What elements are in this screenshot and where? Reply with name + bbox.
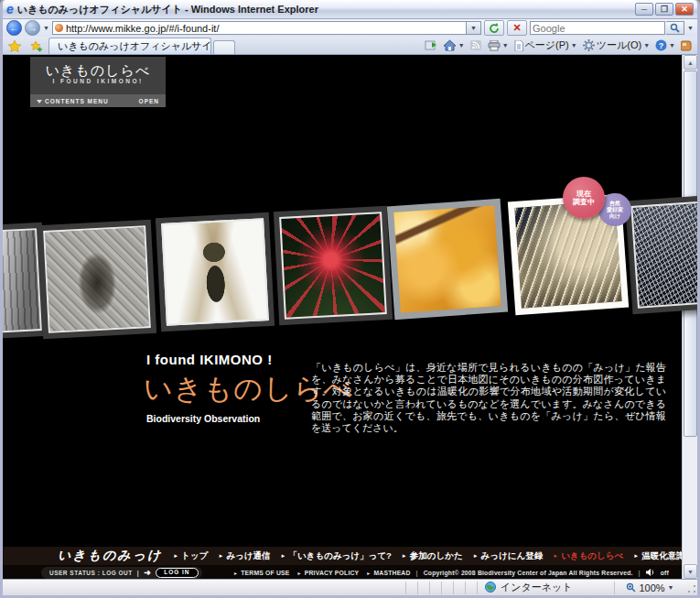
- nav-item-1[interactable]: ►トップ: [173, 550, 208, 562]
- address-input[interactable]: [66, 22, 464, 34]
- site-logo-subtitle: I FOUND IKIMONO!: [30, 78, 166, 84]
- home-button[interactable]: ▼: [443, 39, 465, 51]
- ginkgo-leaves-photo[interactable]: [387, 199, 508, 320]
- hero-subheading: Biodiversity Observation: [146, 413, 260, 424]
- bottom-nav-bar: いきものみっけ ►トップ►みっけ通信►「いきものみっけ」って?►参加のしかた►み…: [3, 547, 682, 565]
- print-button[interactable]: ▼: [488, 40, 509, 51]
- tab-active[interactable]: いきものみっけオフィシャルサイト: [48, 38, 211, 54]
- status-segment: [405, 582, 417, 594]
- print-dropdown-icon[interactable]: ▼: [502, 42, 509, 49]
- site-logo-title: いきものしらべ: [30, 62, 166, 78]
- tools-menu-label: ツール(O): [597, 38, 641, 52]
- status-bar: インターネット 100% ▼: [3, 579, 697, 595]
- address-dropdown-button[interactable]: ▼: [467, 21, 481, 35]
- history-dropdown-icon[interactable]: ▼: [43, 25, 49, 31]
- search-options-dropdown-icon[interactable]: ▼: [687, 25, 694, 31]
- status-segment: [417, 582, 429, 594]
- red-spider-lily-photo-image: [279, 212, 387, 320]
- zoom-control[interactable]: 100% ▼: [614, 582, 685, 594]
- page-dropdown-icon[interactable]: ▼: [571, 42, 577, 49]
- footer-link-1[interactable]: ►TERMS OF USE: [233, 570, 290, 576]
- nav-item-7[interactable]: ►温暖化意識しらべ: [633, 550, 682, 562]
- zoom-dropdown-icon[interactable]: ▼: [668, 584, 674, 591]
- footer-links-area: ►TERMS OF USE►PRIVACY POLICY►MASTHEAD | …: [233, 569, 669, 577]
- site-logo-box[interactable]: いきものしらべ I FOUND IKIMONO! CONTENTS MENU O…: [30, 57, 166, 107]
- add-favorite-icon[interactable]: [27, 38, 47, 54]
- cicada-specimen-photo-image: [161, 218, 269, 326]
- nav-item-3[interactable]: ►「いきものみっけ」って?: [281, 550, 392, 562]
- cicada-on-bark-photo[interactable]: [38, 220, 156, 339]
- nav-item-6[interactable]: ►いきものしらべ: [553, 550, 623, 562]
- nav-arrow-icon: ►: [633, 553, 639, 559]
- footer-link-3[interactable]: ►MASTHEAD: [366, 570, 410, 576]
- command-bar: ▼ ▼ ページ(P) ▼ ツール(O) ▼ ? ▼: [237, 37, 695, 54]
- sound-toggle[interactable]: off: [661, 570, 669, 576]
- cicada-on-bark-photo-image: [43, 225, 151, 333]
- tree-bark-photo-image: [3, 228, 42, 336]
- status-divider: |: [137, 570, 139, 576]
- nav-item-4[interactable]: ►参加のしかた: [402, 550, 463, 562]
- nav-arrow-icon: ►: [281, 553, 286, 559]
- favorites-icon[interactable]: [5, 38, 25, 54]
- contents-menu-bar[interactable]: CONTENTS MENU OPEN: [30, 94, 166, 107]
- footer-arrow-icon: ►: [233, 571, 238, 576]
- zoom-icon: [626, 582, 636, 593]
- tools-menu[interactable]: ツール(O) ▼: [583, 38, 650, 52]
- forward-button[interactable]: →: [25, 20, 40, 36]
- login-button[interactable]: LOG IN: [156, 568, 198, 578]
- refresh-button[interactable]: [484, 20, 504, 36]
- nav-item-5[interactable]: ►みっけにん登録: [473, 550, 544, 562]
- page-menu[interactable]: ページ(P) ▼: [514, 38, 577, 52]
- cicada-specimen-photo[interactable]: [156, 212, 275, 332]
- zoom-level: 100%: [639, 582, 664, 593]
- search-box[interactable]: [530, 21, 665, 35]
- speaker-icon[interactable]: [646, 569, 655, 577]
- new-tab-button[interactable]: [213, 40, 235, 54]
- ginkgo-leaves-photo-image: [393, 205, 501, 312]
- vertical-scrollbar[interactable]: ▲ ▼: [682, 55, 697, 579]
- footer-arrow-icon: ►: [366, 571, 371, 576]
- frost-texture-photo[interactable]: [625, 193, 697, 314]
- scroll-down-icon[interactable]: ▼: [684, 564, 697, 579]
- site-logo[interactable]: いきものしらべ I FOUND IKIMONO!: [30, 57, 166, 94]
- nav-item-2[interactable]: ►みっけ通信: [218, 550, 270, 562]
- contents-menu-open-label: OPEN: [139, 98, 159, 104]
- scroll-up-icon[interactable]: ▲: [684, 55, 697, 70]
- footer-link-label: MASTHEAD: [373, 570, 410, 576]
- search-icon[interactable]: [666, 21, 684, 35]
- site-favicon: [55, 24, 63, 32]
- footer-link-label: PRIVACY POLICY: [305, 570, 360, 576]
- help-dropdown-icon[interactable]: ▼: [669, 42, 675, 49]
- security-zone-pane: インターネット: [477, 582, 614, 594]
- window-title: いきものみっけオフィシャルサイト - Windows Internet Expl…: [17, 3, 631, 16]
- tools-dropdown-icon[interactable]: ▼: [643, 42, 650, 49]
- maximize-button[interactable]: ❐: [655, 3, 673, 16]
- tab-bar: いきものみっけオフィシャルサイト ▼ ▼ ページ(P) ▼: [3, 37, 697, 55]
- help-button[interactable]: ? ▼: [655, 39, 675, 51]
- nav-item-label: いきものしらべ: [561, 550, 623, 562]
- resize-grip[interactable]: [685, 583, 697, 595]
- security-zone-label: インターネット: [501, 581, 573, 594]
- user-status-pill: USER STATUS : LOG OUT | ➜ LOG IN: [41, 567, 202, 579]
- red-spider-lily-photo[interactable]: [274, 206, 393, 325]
- footer-link-2[interactable]: ►PRIVACY POLICY: [297, 570, 360, 576]
- address-field[interactable]: [52, 21, 467, 35]
- search-input[interactable]: [533, 23, 662, 34]
- quick-tabs-icon[interactable]: [425, 40, 437, 51]
- feeds-icon[interactable]: [470, 40, 482, 51]
- close-button[interactable]: ✕: [675, 3, 694, 16]
- login-arrow-icon: ➜: [144, 569, 151, 577]
- mikke-logo[interactable]: いきものみっけ: [58, 548, 162, 564]
- nav-arrow-icon: ►: [173, 553, 178, 559]
- nav-item-label: 「いきものみっけ」って?: [289, 550, 392, 562]
- addon-icon[interactable]: [681, 40, 692, 51]
- nav-item-label: 参加のしかた: [410, 550, 463, 562]
- footer-arrow-icon: ►: [297, 571, 302, 576]
- status-segment: [429, 582, 441, 594]
- stop-button[interactable]: ✕: [507, 20, 527, 36]
- back-button[interactable]: ←: [6, 20, 22, 36]
- status-segment: [441, 582, 453, 594]
- minimize-button[interactable]: ─: [635, 3, 653, 16]
- ie-logo-icon: e: [6, 3, 14, 16]
- home-dropdown-icon[interactable]: ▼: [458, 42, 465, 49]
